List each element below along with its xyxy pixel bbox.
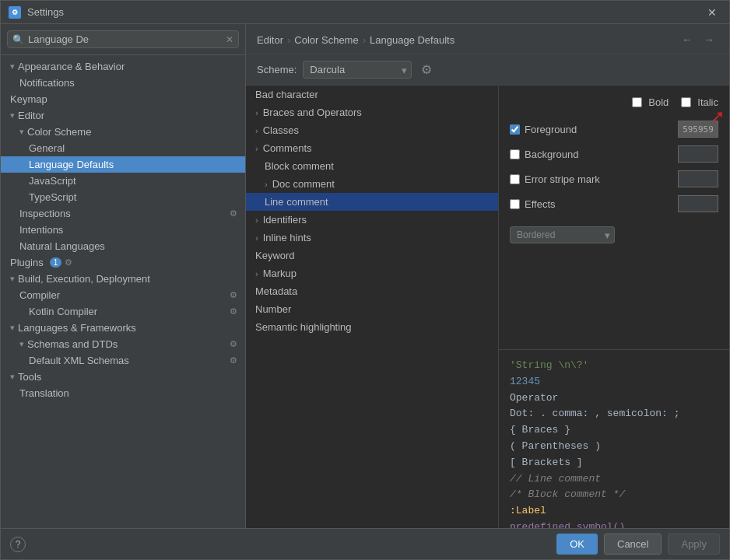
sidebar-item-label: Default XML Schemas [29,355,129,366]
scheme-item-braces[interactable]: › Braces and Operators [246,103,498,121]
sidebar-item-keymap[interactable]: Keymap [1,91,245,107]
error-stripe-option[interactable]: Error stripe mark [510,173,672,185]
close-button[interactable]: ✕ [703,5,721,20]
sidebar-item-label: Color Scheme [27,126,91,138]
effects-type-row: Bordered Underscored Bold underscored Do… [510,223,718,243]
sidebar-item-build[interactable]: ▾ Build, Execution, Deployment [1,271,245,287]
expand-arrow: › [255,108,258,117]
nav-forward-button[interactable]: → [700,32,718,47]
sidebar-item-kotlin-compiler[interactable]: Kotlin Compiler ⚙ [1,303,245,320]
sidebar-item-compiler[interactable]: Compiler ⚙ [1,287,245,303]
sidebar-item-translation[interactable]: Translation [1,385,245,401]
expand-arrow: ▾ [19,339,24,349]
gear-icon: ⚙ [230,339,237,349]
sidebar-item-language-defaults[interactable]: Language Defaults [1,156,245,173]
gear-icon: ⚙ [65,257,72,268]
sidebar-item-label: Schemas and DTDs [27,338,118,350]
scheme-item-identifiers[interactable]: › Identifiers [246,211,498,229]
ok-button[interactable]: OK [556,534,598,555]
search-input-wrap: 🔍 ✕ [7,30,239,48]
error-stripe-checkbox[interactable] [510,174,520,184]
gear-icon: ⚙ [230,290,237,300]
sidebar-item-plugins[interactable]: Plugins 1 ⚙ [1,254,245,271]
item-label: Braces and Operators [263,107,362,118]
sidebar-item-notifications[interactable]: Notifications [1,75,245,91]
sidebar-item-intentions[interactable]: Intentions [1,222,245,238]
sidebar-item-label: Intentions [19,224,63,236]
search-clear-icon[interactable]: ✕ [226,34,233,45]
preview-number: 12345 [510,376,540,387]
bottom-actions: OK Cancel Apply [556,534,720,555]
scheme-item-markup[interactable]: › Markup [246,264,498,282]
sidebar-item-editor[interactable]: ▾ Editor [1,107,245,124]
search-bar: 🔍 ✕ [1,24,245,55]
italic-checkbox[interactable] [681,97,691,107]
scheme-item-line-comment[interactable]: Line comment [246,193,498,211]
sidebar-item-inspections[interactable]: Inspections ⚙ [1,205,245,222]
foreground-option[interactable]: Foreground [510,124,672,135]
sidebar-item-typescript[interactable]: TypeScript [1,189,245,205]
preview-brackets: [ Brackets ] [510,457,583,468]
effects-color-swatch[interactable] [678,195,718,212]
expand-arrow: ▾ [10,323,15,333]
preview-area: 'String \n\?' 12345 Operator Dot: . comm… [499,349,729,528]
italic-option[interactable]: Italic [681,96,718,108]
effects-type-select[interactable]: Bordered Underscored Bold underscored Do… [510,226,615,243]
scheme-item-block-comment[interactable]: Block comment [246,157,498,175]
error-stripe-label: Error stripe mark [525,173,600,185]
bold-option[interactable]: Bold [632,96,669,108]
sidebar-item-javascript[interactable]: JavaScript [1,173,245,189]
scheme-item-comments[interactable]: › Comments [246,139,498,157]
sidebar-item-schemas[interactable]: ▾ Schemas and DTDs ⚙ [1,336,245,352]
sidebar-item-tools[interactable]: ▾ Tools [1,369,245,385]
foreground-row: Foreground 595959 ➘ [510,121,718,138]
sidebar-item-label: Natural Languages [19,240,105,252]
preview-dot-line: Dot: . comma: , semicolon: ; [510,408,679,419]
scheme-item-number[interactable]: Number [246,300,498,318]
cancel-button[interactable]: Cancel [604,534,662,555]
item-label: Keyword [255,250,295,261]
preview-line-operator: Operator [510,390,718,407]
plugins-badge: 1 [50,257,62,268]
sidebar-item-color-scheme[interactable]: ▾ Color Scheme [1,124,245,140]
sidebar-item-label: Appearance & Behavior [18,61,125,72]
scheme-item-bad-char[interactable]: Bad character [246,86,498,103]
sidebar-item-natural-languages[interactable]: Natural Languages [1,238,245,254]
scheme-select[interactable]: Darcula High Contrast IntelliJ Light Mon… [303,61,412,79]
scheme-item-inline-hints[interactable]: › Inline hints [246,229,498,247]
preview-line-parens: ( Parentheses ) [510,439,718,455]
sidebar-item-appearance[interactable]: ▾ Appearance & Behavior [1,58,245,75]
dialog-title: Settings [27,6,703,18]
foreground-checkbox[interactable] [510,124,520,135]
scheme-item-keyword[interactable]: Keyword [246,247,498,264]
error-stripe-color-swatch[interactable] [678,170,718,187]
scheme-item-semantic-hl[interactable]: Semantic highlighting [246,318,498,336]
background-checkbox[interactable] [510,149,520,159]
preview-line-label: :Label [510,503,718,520]
breadcrumb-language-defaults: Language Defaults [370,34,454,46]
effects-option[interactable]: Effects [510,198,672,210]
nav-back-button[interactable]: ← [678,32,697,47]
gear-icon: ⚙ [230,306,237,317]
scheme-gear-button[interactable]: ⚙ [418,61,435,79]
sidebar-item-general[interactable]: General [1,140,245,156]
scheme-item-metadata[interactable]: Metadata [246,282,498,300]
preview-line-comment: // Line comment [510,473,601,485]
bold-checkbox[interactable] [632,97,642,107]
foreground-color-swatch[interactable]: 595959 [678,121,718,138]
help-button[interactable]: ? [10,537,26,552]
background-color-swatch[interactable] [678,145,718,163]
background-option[interactable]: Background [510,149,672,160]
sidebar-item-default-xml[interactable]: Default XML Schemas ⚙ [1,352,245,369]
breadcrumb-sep2: › [363,34,366,46]
sidebar-item-label: Plugins [10,257,44,268]
scheme-item-doc-comment[interactable]: › Doc comment [246,175,498,193]
effects-checkbox[interactable] [510,199,520,209]
scheme-item-classes[interactable]: › Classes [246,121,498,139]
expand-arrow: ▾ [10,274,15,284]
apply-button[interactable]: Apply [668,534,720,555]
search-input[interactable] [28,33,226,45]
sidebar-item-languages[interactable]: ▾ Languages & Frameworks [1,320,245,336]
bottom-bar: ? OK Cancel Apply [1,528,729,559]
sidebar-item-label: Compiler [19,289,60,301]
